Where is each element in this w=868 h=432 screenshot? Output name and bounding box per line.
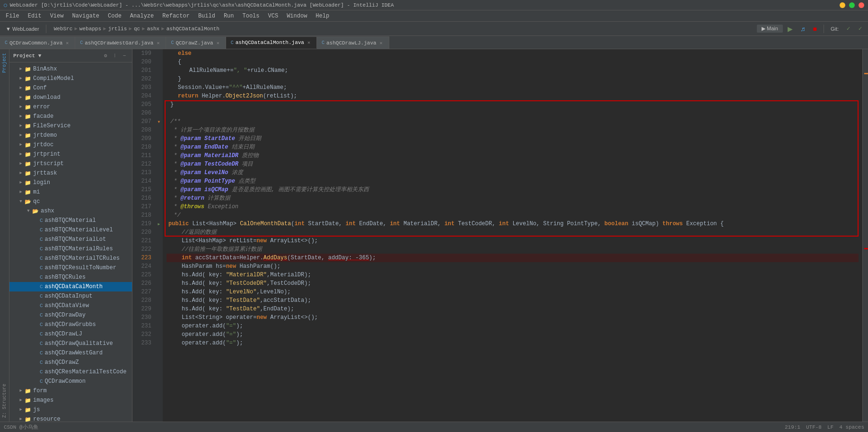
code-area[interactable]: else { AllRuleName+=", "+rule.CName; } bbox=[163, 49, 862, 422]
folder-icon: 📁 bbox=[25, 95, 31, 101]
minimize-button[interactable] bbox=[840, 2, 845, 8]
menu-navigate[interactable]: Navigate bbox=[68, 12, 103, 20]
tree-item-conf[interactable]: ► 📁 Conf bbox=[9, 83, 132, 93]
tree-item-jrttask[interactable]: ► 📁 jrttask bbox=[9, 168, 132, 178]
tree-item-fileservice[interactable]: ► 📁 FileService bbox=[9, 121, 132, 131]
toolbar-run-config[interactable]: ▶ Main bbox=[757, 25, 783, 33]
tree-item-qcdrawcommon[interactable]: C QCDrawCommon bbox=[9, 377, 132, 386]
tree-item-resource[interactable]: ► 📁 resource bbox=[9, 414, 132, 422]
tree-item-js[interactable]: ► 📁 js bbox=[9, 405, 132, 414]
tree-item-ashqcdatacalmonth[interactable]: C ashQCDataCalMonth bbox=[9, 282, 132, 291]
close-button[interactable] bbox=[859, 2, 864, 8]
tree-item-images[interactable]: ► 📁 images bbox=[9, 396, 132, 405]
app-icon: ◯ bbox=[4, 2, 7, 8]
tree-item-login[interactable]: ► 📁 login bbox=[9, 178, 132, 187]
tree-item-download[interactable]: ► 📁 download bbox=[9, 93, 132, 102]
tree-item-ashbtqcmaterialrules[interactable]: C ashBTQCMaterialRules bbox=[9, 244, 132, 254]
code-line-200: { bbox=[167, 58, 859, 66]
status-line-ending[interactable]: LF bbox=[827, 424, 833, 430]
menu-help[interactable]: Help bbox=[312, 12, 333, 20]
status-encoding[interactable]: UTF-8 bbox=[806, 424, 822, 430]
menu-refactor[interactable]: Refactor bbox=[158, 12, 193, 20]
toolbar-checkmark2[interactable]: ✓ bbox=[855, 25, 865, 33]
folder-icon: 📁 bbox=[25, 104, 31, 110]
java-icon: C bbox=[40, 303, 43, 309]
tree-item-ashbtqcmaterial[interactable]: C ashBTQCMaterial bbox=[9, 216, 132, 225]
tree-item-ashqcdrawlj[interactable]: C ashQCDrawLJ bbox=[9, 329, 132, 339]
tab-close-2[interactable]: ✕ bbox=[155, 40, 161, 46]
sidebar-settings-icon[interactable]: ⚙ bbox=[102, 52, 109, 60]
tab-qcdrawz[interactable]: C QCDrawZ.java ✕ bbox=[166, 36, 226, 49]
tree-item-binashx[interactable]: ► 📁 BinAshx bbox=[9, 64, 132, 74]
code-line-225: hs.Add( key: "MaterialDR",MaterialDR); bbox=[167, 271, 859, 279]
tab-close-3[interactable]: ✕ bbox=[215, 40, 221, 46]
code-line-211: * @param MaterialDR 质控物 bbox=[167, 151, 859, 160]
left-tab-structure[interactable]: Z: Structure bbox=[1, 380, 8, 422]
menu-code[interactable]: Code bbox=[104, 12, 125, 20]
sidebar-tree: ► 📁 BinAshx ► 📁 CompileModel ► 📁 Conf ► … bbox=[9, 62, 132, 422]
tab-ashqcdatacalmonth[interactable]: C ashQCDataCalMonth.java ✕ bbox=[226, 36, 317, 49]
breadcrumb-file[interactable]: ashQCDataCalMonth bbox=[167, 26, 219, 32]
tree-item-error[interactable]: ► 📁 error bbox=[9, 102, 132, 112]
tree-item-ashqcdrawday[interactable]: C ashQCDrawDay bbox=[9, 310, 132, 320]
tree-item-ashqcresmaterialtestcode[interactable]: C ashQCResMaterialTestCode bbox=[9, 367, 132, 377]
menu-tools[interactable]: Tools bbox=[239, 12, 263, 20]
menu-vcs[interactable]: VCS bbox=[264, 12, 282, 20]
tree-item-ashbtqcresulttonumber[interactable]: C ashBTQCResultToNumber bbox=[9, 263, 132, 273]
tree-item-compilemodel[interactable]: ► 📁 CompileModel bbox=[9, 74, 132, 83]
menu-build[interactable]: Build bbox=[194, 12, 219, 20]
title-bar-controls[interactable] bbox=[840, 2, 864, 8]
menu-window[interactable]: Window bbox=[283, 12, 311, 20]
breadcrumb-websrc[interactable]: WebSrc bbox=[54, 26, 73, 32]
tree-item-ashx[interactable]: ▼ 📂 ashx bbox=[9, 206, 132, 216]
tree-item-ashqcdrawz[interactable]: C ashQCDrawZ bbox=[9, 358, 132, 367]
right-marker-warning bbox=[864, 73, 868, 74]
tree-item-jrtdoc[interactable]: ► 📁 jrtdoc bbox=[9, 140, 132, 150]
breadcrumb-ashx[interactable]: ashx bbox=[147, 26, 159, 32]
toolbar-webloader[interactable]: ▼ WebLoader bbox=[3, 25, 42, 33]
tab-close-1[interactable]: ✕ bbox=[64, 40, 70, 46]
sidebar-collapse-icon[interactable]: − bbox=[121, 52, 128, 60]
tab-close-4[interactable]: ✕ bbox=[306, 40, 312, 45]
menu-view[interactable]: View bbox=[46, 12, 68, 20]
tree-item-ashqcdatainput[interactable]: C ashQCDataInput bbox=[9, 291, 132, 301]
right-error-strip bbox=[862, 49, 868, 422]
tab-close-5[interactable]: ✕ bbox=[378, 40, 384, 46]
tree-item-jrtprint[interactable]: ► 📁 jrtprint bbox=[9, 150, 132, 159]
breadcrumb-qc[interactable]: qc bbox=[134, 26, 140, 32]
maximize-button[interactable] bbox=[849, 2, 855, 8]
tree-item-ashbtqcmateriallot[interactable]: C ashBTQCMaterialLot bbox=[9, 235, 132, 244]
tab-ashqcdrawlj[interactable]: C ashQCDrawLJ.java ✕ bbox=[317, 36, 389, 49]
tree-item-ashbtqcrules[interactable]: C ashBTQCRules bbox=[9, 273, 132, 282]
toolbar-run-btn[interactable]: ▶ bbox=[785, 24, 796, 34]
status-indentation[interactable]: 4 spaces bbox=[839, 424, 864, 430]
sidebar-expand-icon[interactable]: ⁝ bbox=[111, 52, 119, 60]
tree-item-ashqcdrawqualitative[interactable]: C ashQCDrawQualitative bbox=[9, 339, 132, 348]
tab-ashqcdrawwestgard[interactable]: C ashQCDrawWestGard.java ✕ bbox=[75, 36, 166, 49]
tab-qcdrawcommon[interactable]: C QCDrawCommon.java ✕ bbox=[0, 36, 75, 49]
tree-item-jrtscript[interactable]: ► 📁 jrtscript bbox=[9, 159, 132, 168]
breadcrumb-webapps[interactable]: webapps bbox=[79, 26, 101, 32]
tree-item-ashbtqcmateriallevel[interactable]: C ashBTQCMaterialLevel bbox=[9, 225, 132, 235]
menu-analyze[interactable]: Analyze bbox=[126, 12, 158, 20]
tree-item-form[interactable]: ► 📁 form bbox=[9, 386, 132, 396]
menu-edit[interactable]: Edit bbox=[24, 12, 45, 20]
toolbar-checkmark1[interactable]: ✓ bbox=[843, 25, 853, 33]
breadcrumb-jrtlis[interactable]: jrtlis bbox=[108, 26, 127, 32]
tree-item-qc[interactable]: ▼ 📂 qc bbox=[9, 197, 132, 206]
tree-item-facade[interactable]: ► 📁 facade bbox=[9, 112, 132, 121]
toolbar-debug-btn[interactable]: ♬ bbox=[798, 24, 808, 34]
tree-item-jrtdemo[interactable]: ► 📁 jrtdemo bbox=[9, 131, 132, 140]
tree-item-ashqcdrawwestgard[interactable]: C ashQCDrawWestGard bbox=[9, 348, 132, 358]
menu-run[interactable]: Run bbox=[220, 12, 238, 20]
tree-item-ashqcdataview[interactable]: C ashQCDataView bbox=[9, 301, 132, 310]
code-line-223: int accStartData=Helper.AddDays(StartDat… bbox=[167, 254, 859, 262]
tree-item-mi[interactable]: ► 📁 mi bbox=[9, 187, 132, 197]
menu-file[interactable]: File bbox=[2, 12, 23, 20]
tree-item-ashbtqcmaterialtcrules[interactable]: C ashBTQCMaterialTCRules bbox=[9, 254, 132, 263]
tree-item-ashqcdrawgrubbs[interactable]: C ashQCDrawGrubbs bbox=[9, 320, 132, 329]
toolbar-stop-btn[interactable]: ■ bbox=[810, 24, 819, 34]
code-line-206 bbox=[167, 109, 859, 117]
toolbar-git[interactable]: Git: bbox=[828, 25, 842, 33]
left-tab-project[interactable]: Project bbox=[1, 49, 8, 77]
